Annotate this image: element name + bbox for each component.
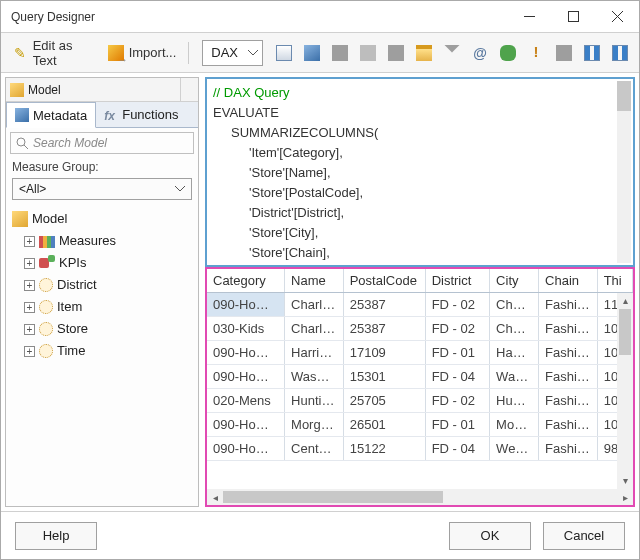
refresh-icon [500, 45, 516, 61]
table-cell: Wash… [285, 365, 344, 388]
results-header-row: CategoryNamePostalCodeDistrictCityChainT… [207, 269, 633, 293]
vscroll-thumb[interactable] [619, 309, 631, 355]
tab-functions[interactable]: Functions [96, 102, 186, 127]
expand-icon[interactable]: + [24, 346, 35, 357]
expand-icon[interactable]: + [24, 324, 35, 335]
results-hscrollbar[interactable]: ◂ ▸ [207, 489, 633, 505]
tb-folder-button[interactable] [411, 42, 437, 64]
tb-param-button[interactable]: @ [467, 42, 493, 64]
tb-chart2-button[interactable] [607, 42, 633, 64]
tab-functions-label: Functions [122, 107, 178, 122]
expand-icon[interactable]: + [24, 280, 35, 291]
tab-metadata[interactable]: Metadata [6, 102, 96, 128]
table-cell: Harri… [285, 341, 344, 364]
table-cell: 17109 [344, 341, 426, 364]
table-row[interactable]: 090-Ho…Cent…15122FD - 04We…Fashi…984 [207, 437, 633, 461]
cancel-button[interactable]: Cancel [543, 522, 625, 550]
table-cell: FD - 01 [426, 341, 490, 364]
table-row[interactable]: 030-KidsCharl…25387FD - 02Ch…Fashi…107 [207, 317, 633, 341]
table-cell: FD - 01 [426, 413, 490, 436]
editor-line: SUMMARIZECOLUMNS( [213, 123, 627, 143]
toolbar-separator [188, 42, 189, 64]
editor-scroll-thumb[interactable] [617, 81, 631, 111]
help-button[interactable]: Help [15, 522, 97, 550]
tree-root-model[interactable]: Model [10, 208, 198, 230]
column-header[interactable]: Category [207, 269, 285, 292]
table-cell: We… [490, 437, 539, 460]
scroll-up-icon[interactable]: ▴ [617, 293, 633, 309]
tb-action-2-button[interactable] [355, 42, 381, 64]
editor-scrollbar[interactable] [617, 81, 631, 263]
tb-cube-button[interactable] [299, 42, 325, 64]
tree-node-label: Time [57, 340, 85, 362]
column-header[interactable]: Name [285, 269, 344, 292]
block2-icon [388, 45, 404, 61]
tree-node[interactable]: +Time [10, 340, 198, 362]
tree-node[interactable]: +Item [10, 296, 198, 318]
toolbar: Edit as Text Import... DAX @ ! [1, 33, 639, 73]
close-button[interactable] [595, 1, 639, 33]
help-label: Help [43, 528, 70, 543]
titlebar: Query Designer [1, 1, 639, 33]
minimize-button[interactable] [507, 1, 551, 33]
tb-cut-button[interactable] [439, 42, 465, 64]
chart1-icon [584, 45, 600, 61]
run-icon: ! [528, 45, 544, 61]
query-designer-window: Query Designer Edit as Text Import... DA… [0, 0, 640, 560]
table-cell: Fashi… [539, 389, 598, 412]
tree-node[interactable]: +Measures [10, 230, 198, 252]
tb-run-button[interactable]: ! [523, 42, 549, 64]
maximize-button[interactable] [551, 1, 595, 33]
tree-node[interactable]: +KPIs [10, 252, 198, 274]
tb-refresh-button[interactable] [495, 42, 521, 64]
column-header[interactable]: Thi [598, 269, 633, 292]
tree-node[interactable]: +District [10, 274, 198, 296]
scroll-right-icon[interactable]: ▸ [617, 492, 633, 503]
table-row[interactable]: 090-Ho…Morg…26501FD - 01Mo…Fashi…100 [207, 413, 633, 437]
editor-line: 'District'[District], [213, 203, 627, 223]
pencil-icon [12, 44, 29, 62]
table-cell: Morg… [285, 413, 344, 436]
dax-query-editor[interactable]: // DAX QueryEVALUATESUMMARIZECOLUMNS('It… [205, 77, 635, 267]
expand-icon[interactable]: + [24, 302, 35, 313]
table-cell: FD - 02 [426, 293, 490, 316]
svg-rect-1 [568, 12, 578, 22]
tb-new-query-button[interactable] [271, 42, 297, 64]
table-row[interactable]: 090-Ho…Wash…15301FD - 04Wa…Fashi…102 [207, 365, 633, 389]
pane-drag-handle[interactable] [180, 78, 198, 102]
tb-action-1-button[interactable] [327, 42, 353, 64]
search-icon [15, 136, 29, 150]
table-row[interactable]: 090-Ho…Charl…25387FD - 02Ch…Fashi…112 [207, 293, 633, 317]
table-cell: Cent… [285, 437, 344, 460]
column-header[interactable]: District [426, 269, 490, 292]
measure-group-select[interactable]: <All> [12, 178, 192, 200]
scroll-down-icon[interactable]: ▾ [617, 473, 633, 489]
table-row[interactable]: 020-MensHunti…25705FD - 02Hu…Fashi…100 [207, 389, 633, 413]
hscroll-thumb[interactable] [223, 491, 443, 503]
results-vscrollbar[interactable]: ▴ ▾ [617, 293, 633, 489]
editor-line: EVALUATE [213, 103, 627, 123]
left-tabs: Metadata Functions [6, 102, 198, 128]
scroll-left-icon[interactable]: ◂ [207, 492, 223, 503]
table-row[interactable]: 090-Ho…Harri…17109FD - 01Ha…Fashi…103 [207, 341, 633, 365]
table-cell: 090-Ho… [207, 437, 285, 460]
import-button[interactable]: Import... [102, 41, 182, 65]
language-dropdown[interactable]: DAX [202, 40, 263, 66]
expand-icon[interactable]: + [24, 258, 35, 269]
column-header[interactable]: Chain [539, 269, 598, 292]
table-cell: Ch… [490, 317, 539, 340]
expand-icon[interactable]: + [24, 236, 35, 247]
tree-node[interactable]: +Store [10, 318, 198, 340]
edit-as-text-button[interactable]: Edit as Text [7, 35, 100, 71]
ok-label: OK [481, 528, 500, 543]
editor-line: "This_Year_Sales", 'Sales'[This Year Sal… [213, 263, 627, 267]
tb-chart1-button[interactable] [579, 42, 605, 64]
tb-stop-button[interactable] [551, 42, 577, 64]
column-header[interactable]: PostalCode [344, 269, 426, 292]
model-search-input[interactable]: Search Model [10, 132, 194, 154]
dim-icon [39, 344, 53, 358]
ok-button[interactable]: OK [449, 522, 531, 550]
tb-action-3-button[interactable] [383, 42, 409, 64]
hscroll-track[interactable] [223, 491, 617, 503]
column-header[interactable]: City [490, 269, 539, 292]
